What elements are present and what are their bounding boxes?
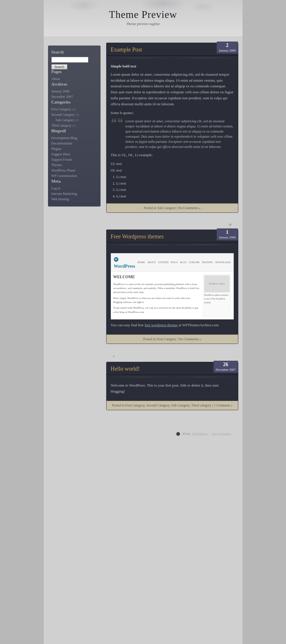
sidebar-archives-section: Archives January 2008 December 2007 (51, 82, 97, 99)
footer-posted-label: Posted in (112, 403, 124, 407)
footer-wpthemes-link[interactable]: best wp themes (212, 432, 231, 435)
blogroll-link-wpcustom[interactable]: WP Customization (51, 174, 77, 178)
wp-right-column: WordPress admin WordPress admin interfac… (203, 274, 231, 317)
category-count: (2) (76, 113, 79, 116)
list-item: Themes (51, 163, 97, 167)
footer-comments-link[interactable]: No Comments » (179, 337, 201, 341)
footer-comments-link[interactable]: No Comments » (178, 206, 201, 210)
post-footer: Posted in First Category, Second Categor… (107, 401, 238, 410)
list-item: First Category (2) (51, 107, 97, 112)
footer-comments-link[interactable]: 1 Comment » (214, 403, 232, 407)
category-link-sub[interactable]: Sub Category (56, 118, 74, 122)
ink-splatter: ● (176, 429, 181, 438)
wp-body-text3: To get started with WordPress, set it up… (113, 306, 200, 314)
meta-heading: Meta (51, 179, 97, 184)
wp-nav-item: FORUMS (189, 260, 200, 264)
category-count: (2) (72, 108, 76, 111)
blogroll-link-themes[interactable]: Themes (51, 163, 62, 167)
category-link-third[interactable]: Third category (51, 123, 72, 127)
post-body: W WordPress HOME ABOUT EXTEND DOCS BLOG … (107, 247, 238, 335)
footer-content: ● diloop Web Design - best wp themes (49, 429, 237, 438)
wp-welcome: WELCOME (113, 274, 200, 280)
pages-list: About (51, 77, 97, 81)
footer-category-link-third[interactable]: Third category (191, 403, 212, 407)
footer-category-link[interactable]: Sub Category (157, 206, 176, 210)
category-link-second[interactable]: Second Category (51, 113, 75, 117)
categories-list: First Category (2) Second Category (2) S… (51, 107, 97, 128)
blogroll-link-suggest[interactable]: Suggest Ideas (51, 152, 70, 156)
site-tagline: Theme preview tagline (49, 22, 237, 26)
list-item: Support Forum (51, 157, 97, 162)
pages-heading: Pages (51, 69, 97, 74)
blogroll-list: Development Blog Documentation Plugins S… (51, 136, 97, 178)
splatter-between-2: ✦ (106, 351, 238, 362)
list-example: UL text OL text Li text Li text Li text … (111, 161, 234, 199)
decorative-line (107, 57, 238, 58)
footer-category-link-first[interactable]: First Category (125, 403, 145, 407)
search-input[interactable] (51, 57, 88, 63)
list-item: December 2007 (51, 94, 97, 99)
body-text-after: at WPThemesArchive.com (179, 323, 219, 327)
post-bold-text: Simple bold text (111, 63, 234, 69)
post-title: Hello world! (111, 366, 234, 372)
archive-link-dec2007[interactable]: December 2007 (51, 95, 73, 99)
wp-logo-bar: W WordPress HOME ABOUT EXTEND DOCS BLOG … (111, 253, 233, 272)
post-body: Simple bold text Lorem ipsum dolor sit a… (107, 60, 238, 203)
wp-nav-item: BLOG (180, 260, 187, 264)
sidebar-pages-section: Pages About (51, 69, 97, 81)
footer-category-link-second[interactable]: Second Category (146, 403, 170, 407)
archive-link-jan2008[interactable]: January 2008 (51, 89, 70, 93)
decorative-line (107, 377, 238, 377)
category-count: (1) (72, 124, 76, 127)
blogroll-link-plugins[interactable]: Plugins (51, 147, 62, 151)
search-heading: Search (51, 50, 97, 55)
list-item: Development Blog (51, 136, 97, 140)
blogroll-link-docs[interactable]: Documentation (51, 141, 72, 145)
site-header: Theme Preview Theme preview tagline (44, 0, 243, 37)
wp-left-column: WELCOME WordPress is a state-of-the-art … (113, 274, 200, 317)
page-link-about[interactable]: About (51, 77, 60, 81)
post-title: Free Wordpress themes (111, 233, 234, 240)
archives-list: January 2008 December 2007 (51, 89, 97, 99)
footer-posted-label: Posted in (144, 206, 156, 210)
meta-link-hosting[interactable]: Web Hosting (51, 197, 69, 201)
meta-link-login[interactable]: Log in (51, 186, 60, 190)
blogroll-link-devblog[interactable]: Development Blog (51, 136, 77, 140)
blogroll-heading: Blogroll (51, 129, 97, 133)
list-item: Suggest Ideas (51, 152, 97, 156)
blogroll-link-wpplanet[interactable]: WordPress Planet (51, 168, 76, 172)
meta-list: Log in Internet Marketing Web Hosting (51, 186, 97, 201)
blogroll-link-support[interactable]: Support Forum (51, 158, 72, 162)
wp-screenshot: W WordPress HOME ABOUT EXTEND DOCS BLOG … (111, 253, 234, 319)
list-item: Li text (116, 193, 234, 199)
post-header: Hello world! (107, 362, 238, 375)
post-example: 2 January 2008 Example Post Simple bold … (106, 43, 238, 213)
wp-nav-item: DOCS (171, 260, 178, 264)
list-item: WP Customization (51, 174, 97, 178)
sidebar-blogroll-section: Blogroll Development Blog Documentation … (51, 129, 97, 178)
footer-category-link[interactable]: First Category (157, 337, 176, 341)
category-link-first[interactable]: First Category (51, 107, 71, 111)
footer-posted-label: Posted in (143, 337, 156, 341)
body-link[interactable]: free wordpress themes (145, 323, 178, 327)
post-header: Free Wordpress themes (107, 230, 238, 243)
footer-webdesign-link[interactable]: Web Design (192, 432, 207, 435)
wp-logo: W WordPress (114, 255, 137, 270)
post-footer: Posted in Sub Category | No Comments » (107, 203, 238, 212)
meta-link-marketing[interactable]: Internet Marketing (51, 192, 77, 196)
list-item: Plugins (51, 146, 97, 151)
footer-category-link-sub[interactable]: Sub Category (171, 403, 190, 407)
wp-logo-icon: W (114, 257, 118, 262)
search-button[interactable]: Search (51, 64, 68, 69)
wp-nav-item: DOWNLOAD (216, 260, 231, 264)
post-body: Welcome to WordPress. This is your first… (107, 379, 238, 401)
wp-logo-text: WordPress (114, 264, 135, 269)
sidebar-categories-section: Categories First Category (2) Second Cat… (51, 100, 97, 128)
wp-screenshot-image: WordPress admin (204, 275, 230, 292)
quote-marks: ❝❝ (111, 117, 123, 149)
wp-nav: HOME ABOUT EXTEND DOCS BLOG FORUMS HOSTI… (137, 260, 231, 264)
archives-heading: Archives (51, 82, 97, 87)
bquote-label: Some b-quotes: (111, 110, 234, 116)
post-paragraph: Welcome to WordPress. This is your first… (111, 383, 234, 395)
post-hello-world: 26 December 2007 Hello world! Welcome to… (106, 362, 238, 410)
